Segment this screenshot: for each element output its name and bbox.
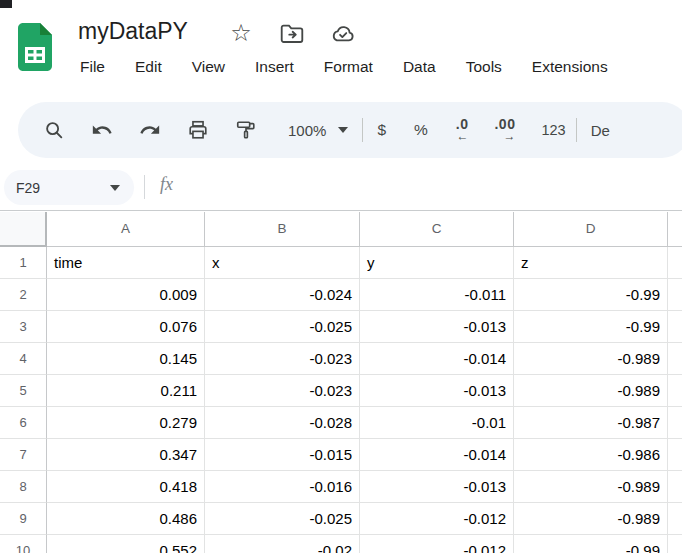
cloud-saved-icon[interactable]	[330, 20, 356, 46]
cell[interactable]: -0.015	[205, 439, 360, 471]
cell[interactable]: -0.987	[514, 407, 668, 439]
row-header[interactable]: 1	[0, 247, 47, 279]
cell[interactable]: -0.986	[514, 439, 668, 471]
cell[interactable]: -0.011	[360, 279, 514, 311]
move-folder-button[interactable]	[279, 20, 305, 46]
cell[interactable]: -0.01	[360, 407, 514, 439]
column-header-A[interactable]: A	[47, 212, 205, 247]
menu-data[interactable]: Data	[401, 56, 438, 78]
cell[interactable]	[668, 535, 682, 553]
cell[interactable]: -0.024	[205, 279, 360, 311]
cell[interactable]: 0.279	[47, 407, 205, 439]
cell[interactable]: -0.016	[205, 471, 360, 503]
cell[interactable]: -0.014	[360, 439, 514, 471]
cell-reference: F29	[16, 180, 40, 196]
cell[interactable]: -0.025	[205, 503, 360, 535]
row-header[interactable]: 6	[0, 407, 47, 439]
font-selector[interactable]: De	[591, 122, 610, 139]
cell[interactable]: 0.552	[47, 535, 205, 553]
cell[interactable]: 0.211	[47, 375, 205, 407]
cell[interactable]: 0.486	[47, 503, 205, 535]
cell[interactable]: -0.989	[514, 471, 668, 503]
cell[interactable]	[668, 471, 682, 503]
zoom-selector[interactable]: 100%	[288, 122, 348, 139]
cell[interactable]: y	[360, 247, 514, 279]
cell[interactable]: -0.013	[360, 311, 514, 343]
cell[interactable]: -0.99	[514, 279, 668, 311]
currency-format-button[interactable]: $	[377, 121, 386, 139]
menu-tools[interactable]: Tools	[464, 56, 504, 78]
cell[interactable]	[668, 439, 682, 471]
cell[interactable]: 0.009	[47, 279, 205, 311]
cell[interactable]: -0.99	[514, 311, 668, 343]
star-button[interactable]: ☆	[228, 20, 254, 46]
paint-format-button[interactable]	[234, 118, 258, 142]
column-header-E[interactable]	[668, 212, 682, 247]
row-header[interactable]: 5	[0, 375, 47, 407]
cell[interactable]	[668, 375, 682, 407]
row-header[interactable]: 3	[0, 311, 47, 343]
cell[interactable]: -0.012	[360, 503, 514, 535]
cell[interactable]: x	[205, 247, 360, 279]
cell[interactable]	[668, 311, 682, 343]
decrease-decimal-button[interactable]: .0 ←	[456, 118, 469, 142]
column-header-C[interactable]: C	[360, 212, 514, 247]
increase-decimal-button[interactable]: .00 →	[494, 118, 515, 142]
row-header[interactable]: 4	[0, 343, 47, 375]
percent-format-button[interactable]: %	[414, 121, 428, 139]
cell[interactable]: -0.012	[360, 535, 514, 553]
column-header-B[interactable]: B	[205, 212, 360, 247]
cell[interactable]: -0.99	[514, 535, 668, 553]
cell[interactable]: -0.989	[514, 503, 668, 535]
cell[interactable]	[668, 279, 682, 311]
cell[interactable]: -0.023	[205, 375, 360, 407]
row-header[interactable]: 9	[0, 503, 47, 535]
cell[interactable]	[668, 407, 682, 439]
cell[interactable]: -0.02	[205, 535, 360, 553]
redo-button[interactable]	[138, 118, 162, 142]
formula-bar: F29 fx	[0, 164, 682, 211]
cell[interactable]: z	[514, 247, 668, 279]
row-header[interactable]: 7	[0, 439, 47, 471]
undo-icon	[91, 119, 113, 141]
cell[interactable]	[668, 343, 682, 375]
cell[interactable]: -0.028	[205, 407, 360, 439]
cell[interactable]: 0.076	[47, 311, 205, 343]
formula-input[interactable]	[190, 164, 682, 210]
cell[interactable]: -0.025	[205, 311, 360, 343]
cell[interactable]	[668, 503, 682, 535]
name-box[interactable]: F29	[4, 170, 134, 205]
cell[interactable]: -0.023	[205, 343, 360, 375]
cell[interactable]: 0.145	[47, 343, 205, 375]
cell[interactable]: 0.347	[47, 439, 205, 471]
cell[interactable]: -0.013	[360, 375, 514, 407]
sheets-logo-icon[interactable]	[16, 22, 54, 72]
menu-edit[interactable]: Edit	[133, 56, 164, 78]
redo-icon	[139, 119, 161, 141]
table-row: 6 0.279 -0.028 -0.01 -0.987	[0, 407, 682, 439]
select-all-corner[interactable]	[0, 212, 47, 247]
menu-format[interactable]: Format	[322, 56, 375, 78]
document-title[interactable]: myDataPY	[78, 18, 188, 45]
google-sheets-window: myDataPY ☆ File Edit View Insert Format …	[0, 0, 682, 553]
undo-button[interactable]	[90, 118, 114, 142]
row-header[interactable]: 8	[0, 471, 47, 503]
cell[interactable]: -0.989	[514, 343, 668, 375]
cell[interactable]: -0.013	[360, 471, 514, 503]
menu-insert[interactable]: Insert	[253, 56, 296, 78]
row-header[interactable]: 2	[0, 279, 47, 311]
cell[interactable]: -0.989	[514, 375, 668, 407]
row-header[interactable]: 10	[0, 535, 47, 553]
cell[interactable]: -0.014	[360, 343, 514, 375]
menu-file[interactable]: File	[78, 56, 107, 78]
menu-view[interactable]: View	[190, 56, 227, 78]
print-button[interactable]	[186, 118, 210, 142]
cell[interactable]: time	[47, 247, 205, 279]
search-button[interactable]	[42, 118, 66, 142]
column-header-D[interactable]: D	[514, 212, 668, 247]
menu-extensions[interactable]: Extensions	[530, 56, 610, 78]
currency-label: $	[377, 121, 386, 139]
cell[interactable]	[668, 247, 682, 279]
more-formats-button[interactable]: 123	[541, 122, 565, 138]
cell[interactable]: 0.418	[47, 471, 205, 503]
